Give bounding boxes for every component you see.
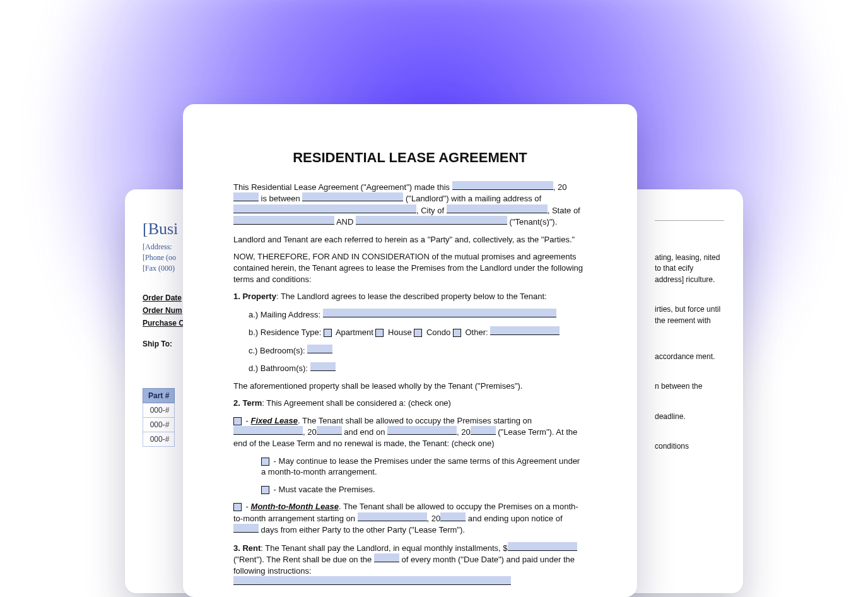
fixed-vacate-option: - Must vacate the Premises. (261, 484, 587, 495)
checkbox-house[interactable] (375, 329, 384, 337)
checkbox-condo[interactable] (414, 329, 422, 337)
text: and end on (342, 427, 387, 437)
section-3: 3. Rent: The Tenant shall pay the Landlo… (233, 542, 587, 588)
text: , State of (548, 206, 580, 215)
text: , 20 (303, 427, 317, 437)
blank-start-year[interactable] (317, 426, 342, 435)
blank-start-date[interactable] (233, 426, 303, 435)
checkbox-m2m[interactable] (233, 503, 242, 511)
contract-snippet: n between the (655, 381, 723, 392)
contract-snippet: conditions (655, 441, 723, 452)
text: c.) Bedroom(s): (249, 346, 307, 355)
text: d.) Bathroom(s): (249, 364, 310, 373)
text: AND (334, 217, 356, 227)
text: ("Rent"). The Rent shall be due on the (233, 555, 374, 564)
blank-instructions[interactable] (233, 576, 511, 585)
blank-m2m-year[interactable] (440, 512, 466, 521)
blank-year[interactable] (233, 192, 259, 201)
blank-landlord[interactable] (302, 192, 403, 201)
divider (655, 220, 724, 221)
text: , 20 (427, 514, 441, 523)
blank-bathrooms[interactable] (310, 362, 336, 371)
blank-m2m-start[interactable] (358, 512, 427, 521)
text: This Residential Lease Agreement ("Agree… (233, 182, 452, 192)
month-to-month-option: - Month-to-Month Lease. The Tenant shall… (233, 501, 587, 536)
text: : The Landlord agrees to lease the descr… (276, 292, 547, 301)
text: : This Agreement shall be considered a: … (262, 398, 451, 408)
blank-bedrooms[interactable] (307, 345, 332, 353)
bedrooms-line: c.) Bedroom(s): (249, 345, 587, 357)
text: ("Tenant(s)"). (507, 217, 557, 227)
text: House (385, 328, 414, 337)
contract-snippet: deadline. (655, 411, 723, 422)
part-header: Part # (143, 389, 175, 403)
blank-tenant[interactable] (356, 216, 507, 225)
now-therefore-paragraph: NOW, THEREFORE, FOR AND IN CONSIDERATION… (233, 251, 587, 285)
blank-notice-days[interactable] (233, 524, 259, 533)
section-2-lead: 2. Term (233, 398, 262, 408)
residence-type-line: b.) Residence Type: Apartment House Cond… (249, 326, 587, 338)
blank-end-year[interactable] (471, 426, 496, 435)
fixed-continue-option: - May continue to lease the Premises und… (261, 456, 587, 478)
checkbox-apartment[interactable] (324, 329, 332, 337)
checkbox-fixed-lease[interactable] (233, 417, 242, 425)
text: days from either Party to the other Part… (259, 525, 465, 535)
table-row: 000-# (143, 432, 175, 447)
premises-paragraph: The aforementioned property shall be lea… (233, 381, 587, 392)
text: a.) Mailing Address: (249, 310, 323, 319)
contract-snippet: ating, leasing, nited to that ecify addr… (655, 252, 723, 285)
text: , 20 (553, 182, 567, 192)
blank-other[interactable] (490, 326, 560, 335)
section-3-lead: 3. Rent (233, 543, 261, 553)
section-2: 2. Term: This Agreement shall be conside… (233, 398, 587, 409)
text: ("Landlord") with a mailing address of (403, 194, 541, 203)
checkbox-continue[interactable] (261, 458, 269, 466)
blank-city[interactable] (447, 204, 548, 213)
intro-paragraph: This Residential Lease Agreement ("Agree… (233, 181, 587, 228)
text: - Must vacate the Premises. (271, 485, 375, 494)
checkbox-other[interactable] (453, 329, 461, 337)
blank-due-day[interactable] (374, 553, 399, 562)
blank-rent-amount[interactable] (508, 542, 577, 551)
mailing-address-line: a.) Mailing Address: (249, 309, 587, 321)
parties-paragraph: Landlord and Tenant are each referred to… (233, 234, 587, 245)
contract-snippet: accordance ment. (655, 352, 723, 362)
text: Condo (424, 328, 453, 337)
m2m-label: Month-to-Month Lease (251, 502, 339, 511)
fixed-lease-sub-options: - May continue to lease the Premises und… (233, 456, 587, 495)
text: b.) Residence Type: (249, 328, 324, 337)
bathrooms-line: d.) Bathroom(s): (249, 362, 587, 374)
document-title: RESIDENTIAL LEASE AGREEMENT (233, 148, 587, 167)
fixed-lease-option: - Fixed Lease. The Tenant shall be allow… (233, 415, 587, 449)
section-4: 4. Security Deposit: As part of this Agr… (233, 594, 587, 597)
blank-address[interactable] (233, 204, 416, 213)
section-1: 1. Property: The Landlord agrees to leas… (233, 291, 587, 302)
table-row: 000-# (143, 403, 175, 418)
section-1-lead: 1. Property (233, 292, 276, 301)
text: - May continue to lease the Premises und… (261, 456, 580, 477)
fixed-lease-label: Fixed Lease (251, 416, 298, 425)
table-row: 000-# (143, 418, 175, 432)
parts-table: Part # 000-# 000-# 000-# (143, 388, 175, 447)
text: Apartment (334, 328, 375, 337)
checkbox-vacate[interactable] (261, 486, 269, 494)
text: . The Tenant shall be allowed to occupy … (298, 416, 532, 425)
text: : The Tenant shall pay the Landlord, in … (261, 543, 507, 553)
front-document-lease: RESIDENTIAL LEASE AGREEMENT This Residen… (183, 104, 637, 597)
blank-mailing-address[interactable] (323, 309, 556, 317)
text: Other: (463, 328, 490, 337)
text: and ending upon notice of (466, 514, 562, 523)
text: , City of (416, 206, 447, 215)
text: is between (259, 194, 302, 203)
contract-snippet: irties, but force until the reement with (655, 304, 723, 326)
blank-date[interactable] (452, 181, 553, 190)
blank-state[interactable] (233, 216, 334, 225)
ship-to-label: Ship To: (143, 340, 172, 348)
property-details: a.) Mailing Address: b.) Residence Type:… (233, 309, 587, 374)
blank-end-date[interactable] (387, 426, 457, 435)
text: , 20 (457, 427, 471, 437)
